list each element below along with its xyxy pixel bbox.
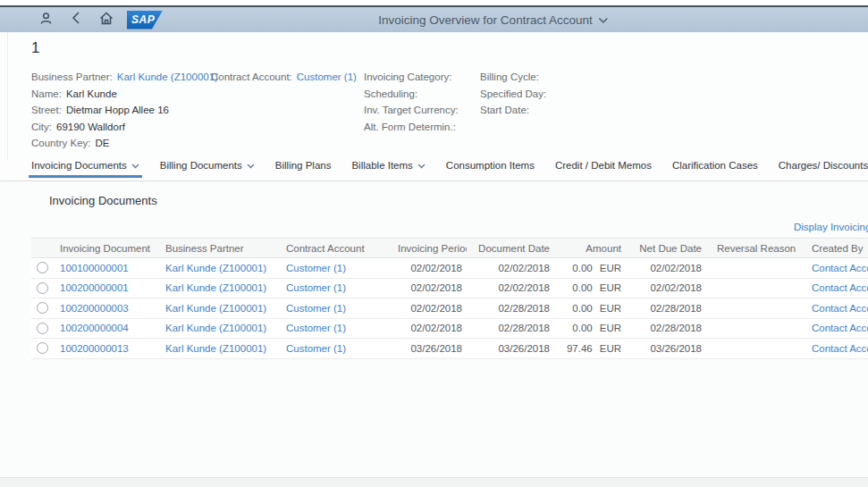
tab-label: Credit / Debit Memos <box>555 160 652 171</box>
table-row: 100200000004 Karl Kunde (Z100001) Custom… <box>31 319 868 340</box>
business-partner-link[interactable]: Karl Kunde (Z100001) <box>165 263 266 273</box>
field-label: Scheduling: <box>364 88 417 99</box>
contract-account-link[interactable]: Customer (1) <box>286 282 346 293</box>
field-label: Contract Account: <box>211 71 292 82</box>
shell-bar: SAP Invoicing Overview for Contract Acco… <box>0 7 868 32</box>
business-partner-link[interactable]: Karl Kunde (Z100001) <box>165 303 266 314</box>
table-row: 100200000003 Karl Kunde (Z100001) Custom… <box>31 298 868 319</box>
tab-billing-plans[interactable]: Billing Plans <box>275 160 332 178</box>
display-invoicing-link[interactable]: Display Invoicing <box>794 222 868 232</box>
amount-number: 0.00 <box>572 303 592 314</box>
col-business-partner[interactable]: Business Partner <box>161 243 282 254</box>
document-date-value: 02/02/2018 <box>467 282 554 293</box>
invoicing-period-value: 02/02/2018 <box>393 303 467 314</box>
invoicing-document-link[interactable]: 100200000001 <box>60 282 129 293</box>
created-by-link[interactable]: Contact Account <box>812 303 868 314</box>
business-partner-link[interactable]: Karl Kunde (Z100001) <box>165 323 266 333</box>
tab-invoicing-documents[interactable]: Invoicing Documents <box>31 160 139 178</box>
field-value: Dietmar Hopp Allee 16 <box>66 105 169 115</box>
net-due-date-value: 03/26/2018 <box>626 343 706 354</box>
home-button[interactable] <box>98 12 114 28</box>
field-country-key: Country Key:DE <box>31 135 218 152</box>
invoicing-document-link[interactable]: 100200000004 <box>60 323 129 333</box>
table-row: 100200000001 Karl Kunde (Z100001) Custom… <box>31 279 868 299</box>
chevron-down-icon <box>599 13 609 27</box>
field-label: City: <box>31 122 52 132</box>
amount-number: 0.00 <box>572 282 592 293</box>
contract-account-link[interactable]: Customer (1) <box>286 263 346 273</box>
amount-number: 0.00 <box>572 323 592 333</box>
col-amount[interactable]: Amount <box>554 243 626 254</box>
back-chevron-icon <box>72 12 80 28</box>
invoicing-document-link[interactable]: 100200000013 <box>60 343 129 354</box>
col-invoicing-period[interactable]: Invoicing Period <box>393 243 467 254</box>
col-created-by[interactable]: Created By <box>805 243 868 254</box>
invoicing-document-link[interactable]: 100100000001 <box>60 263 129 273</box>
field-business-partner: Business Partner:Karl Kunde (Z100001) <box>31 69 218 86</box>
field-scheduling: Scheduling: <box>364 86 463 103</box>
col-invoicing-document[interactable]: Invoicing Document <box>55 243 161 254</box>
contract-account-link[interactable]: Customer (1) <box>286 343 346 354</box>
created-by-link[interactable]: Contact Account <box>812 323 868 333</box>
field-label: Start Date: <box>480 105 529 115</box>
row-select-radio[interactable] <box>37 262 48 273</box>
section-title: Invoicing Documents <box>49 194 157 207</box>
field-contract-account: Contract Account:Customer (1) <box>211 69 357 86</box>
tab-clarification-cases[interactable]: Clarification Cases <box>672 160 758 178</box>
row-select-radio[interactable] <box>37 342 48 354</box>
col-document-date[interactable]: Document Date <box>467 243 554 254</box>
contract-account-link[interactable]: Customer (1) <box>286 303 346 314</box>
created-by-link[interactable]: Contact Account <box>812 282 868 293</box>
table-row: 100200000013 Karl Kunde (Z100001) Custom… <box>31 339 868 359</box>
home-icon <box>99 12 114 29</box>
person-icon <box>39 12 53 29</box>
field-value: Karl Kunde <box>66 88 117 99</box>
tab-label: Billable Items <box>351 160 412 171</box>
tab-billable-items[interactable]: Billable Items <box>351 160 425 178</box>
tab-label: Invoicing Documents <box>31 160 127 171</box>
invoicing-period-value: 02/02/2018 <box>393 323 467 333</box>
tab-credit-debit-memos[interactable]: Credit / Debit Memos <box>555 160 652 178</box>
app-title-menu[interactable]: Invoicing Overview for Contract Account <box>378 13 608 27</box>
field-label: Billing Cycle: <box>480 71 539 82</box>
amount-value: 97.46EUR <box>554 343 626 354</box>
sap-logo-text: SAP <box>131 13 155 26</box>
col-contract-account[interactable]: Contract Account <box>282 243 393 254</box>
field-invoicing-category: Invoicing Category: <box>364 69 463 86</box>
business-partner-link[interactable]: Karl Kunde (Z100001) <box>165 343 266 354</box>
field-label: Alt. Form Determin.: <box>364 122 456 132</box>
created-by-link[interactable]: Contact Account <box>812 343 868 354</box>
field-start-date: Start Date: <box>480 102 551 119</box>
tab-charges-discounts[interactable]: Charges/ Discounts <box>779 160 868 178</box>
invoicing-documents-table: Invoicing Document Business Partner Cont… <box>31 238 868 359</box>
back-button[interactable] <box>68 12 84 28</box>
currency-code: EUR <box>600 263 621 273</box>
col-net-due-date[interactable]: Net Due Date <box>626 243 706 254</box>
created-by-link[interactable]: Contact Account <box>812 263 868 273</box>
table-row: 100100000001 Karl Kunde (Z100001) Custom… <box>31 258 868 279</box>
header-form-column-2: Contract Account:Customer (1) <box>211 69 357 86</box>
contract-account-link[interactable]: Customer (1) <box>286 323 346 333</box>
chevron-down-icon <box>247 160 255 171</box>
field-label: Invoicing Category: <box>364 71 451 82</box>
invoicing-period-value: 02/02/2018 <box>393 263 467 273</box>
business-partner-link[interactable]: Karl Kunde (Z100001) <box>117 71 218 82</box>
user-profile-button[interactable] <box>38 12 54 28</box>
row-select-radio[interactable] <box>37 323 48 334</box>
field-specified-day: Specified Day: <box>480 86 551 103</box>
document-date-value: 03/26/2018 <box>467 343 554 354</box>
tab-consumption-items[interactable]: Consumption Items <box>446 160 535 178</box>
invoicing-period-value: 02/02/2018 <box>393 282 467 293</box>
field-label: Specified Day: <box>480 88 546 99</box>
row-select-radio[interactable] <box>37 282 48 294</box>
document-date-value: 02/28/2018 <box>467 303 554 314</box>
row-select-radio[interactable] <box>37 302 48 314</box>
tab-billing-documents[interactable]: Billing Documents <box>160 160 255 178</box>
app-window: SAP Invoicing Overview for Contract Acco… <box>0 0 868 487</box>
invoicing-document-link[interactable]: 100200000003 <box>60 303 129 314</box>
horizontal-scrollbar[interactable] <box>0 477 868 487</box>
col-reversal-reason[interactable]: Reversal Reason <box>706 243 805 254</box>
business-partner-link[interactable]: Karl Kunde (Z100001) <box>165 282 266 293</box>
contract-account-link[interactable]: Customer (1) <box>297 71 357 82</box>
sap-logo[interactable]: SAP <box>127 11 163 29</box>
